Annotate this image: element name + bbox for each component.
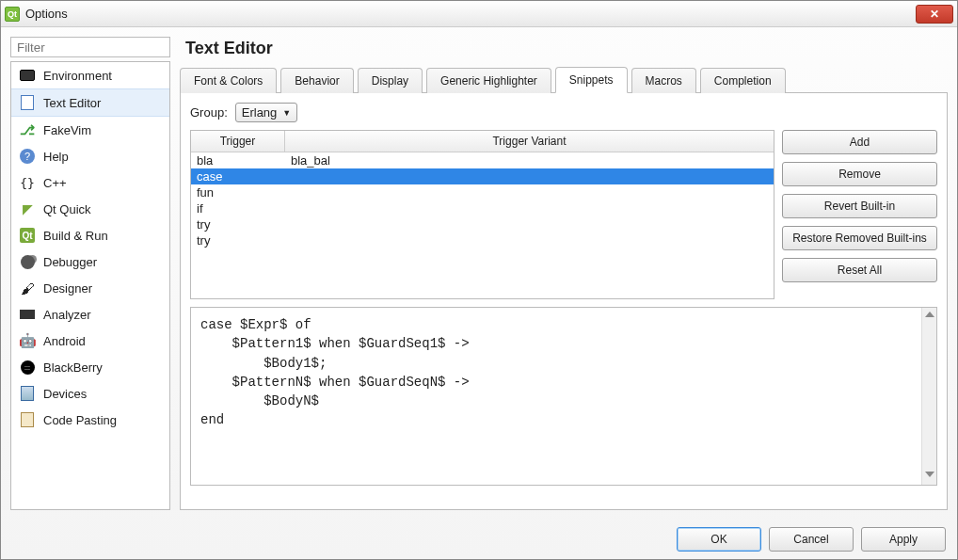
table-row[interactable]: try — [191, 216, 774, 232]
options-window: Qt Options ✕ Environment Text Editor ⎇ F… — [0, 0, 958, 560]
tab-label: Completion — [714, 74, 772, 88]
category-fakevim[interactable]: ⎇ FakeVim — [11, 117, 169, 143]
category-list[interactable]: Environment Text Editor ⎇ FakeVim ? Help… — [10, 61, 170, 510]
cell-trigger: fun — [197, 185, 291, 200]
window-close-button[interactable]: ✕ — [916, 5, 953, 24]
fakevim-icon: ⎇ — [19, 121, 36, 138]
tab-bar: Font & Colors Behavior Display Generic H… — [180, 66, 948, 93]
apply-button[interactable]: Apply — [861, 527, 946, 552]
category-label: Text Editor — [43, 96, 101, 110]
scroll-down-icon — [925, 472, 934, 477]
tab-label: Behavior — [295, 74, 339, 88]
table-row[interactable]: if — [191, 200, 774, 216]
button-label: Cancel — [793, 533, 828, 546]
category-label: FakeVim — [43, 123, 91, 137]
android-icon: 🤖 — [19, 332, 36, 349]
button-label: Revert Built-in — [824, 200, 895, 213]
category-filter-input[interactable] — [10, 37, 170, 57]
table-row[interactable]: try — [191, 232, 774, 248]
cell-variant — [291, 169, 768, 184]
side-button-column: Add Remove Revert Built-in Restore Remov… — [782, 130, 937, 299]
group-value: Erlang — [242, 105, 278, 120]
add-button[interactable]: Add — [782, 130, 937, 154]
table-row[interactable]: case — [191, 168, 774, 184]
category-help[interactable]: ? Help — [11, 143, 169, 169]
category-label: Build & Run — [43, 229, 108, 243]
brush-icon: 🖌 — [19, 280, 36, 296]
cell-trigger: try — [197, 217, 291, 232]
category-environment[interactable]: Environment — [11, 62, 169, 88]
build-run-icon: Qt — [19, 227, 36, 244]
category-analyzer[interactable]: Analyzer — [11, 301, 169, 328]
paste-icon — [19, 411, 36, 428]
restore-removed-builtins-button[interactable]: Restore Removed Built-ins — [782, 226, 937, 250]
category-text-editor[interactable]: Text Editor — [11, 88, 169, 117]
tab-macros[interactable]: Macros — [631, 68, 696, 93]
dialog-footer: OK Cancel Apply — [1, 520, 957, 559]
button-label: Reset All — [838, 264, 882, 277]
category-label: Environment — [43, 69, 112, 83]
category-label: Designer — [43, 281, 92, 296]
category-designer[interactable]: 🖌 Designer — [11, 275, 169, 301]
group-label: Group: — [190, 105, 228, 120]
text-editor-icon — [19, 94, 36, 111]
tab-font-colors[interactable]: Font & Colors — [180, 68, 277, 93]
chevron-down-icon: ▼ — [282, 108, 291, 118]
remove-button[interactable]: Remove — [782, 162, 937, 186]
tab-completion[interactable]: Completion — [700, 68, 786, 93]
table-row[interactable]: bla bla_bal — [191, 152, 774, 168]
category-qt-quick[interactable]: ◤ Qt Quick — [11, 196, 169, 222]
button-label: Remove — [838, 168, 881, 181]
tab-label: Display — [372, 74, 408, 88]
tab-label: Snippets — [569, 73, 614, 87]
snippet-editor[interactable]: case $Expr$ of $Pattern1$ when $GuardSeq… — [190, 307, 937, 486]
button-label: OK — [711, 533, 726, 546]
scroll-up-icon — [925, 312, 934, 317]
ok-button[interactable]: OK — [677, 527, 761, 552]
help-icon: ? — [19, 148, 36, 165]
category-label: Qt Quick — [43, 202, 91, 216]
main-panel: Text Editor Font & Colors Behavior Displ… — [180, 37, 948, 510]
cell-trigger: case — [197, 169, 291, 184]
analyzer-icon — [19, 306, 36, 323]
category-blackberry[interactable]: ::: BlackBerry — [11, 354, 169, 380]
qt-app-icon: Qt — [5, 7, 20, 22]
category-label: Debugger — [43, 255, 97, 269]
group-row: Group: Erlang ▼ — [190, 103, 937, 122]
reset-all-button[interactable]: Reset All — [782, 258, 937, 282]
category-label: C++ — [43, 176, 67, 190]
tab-snippets[interactable]: Snippets — [555, 67, 628, 93]
category-build-run[interactable]: Qt Build & Run — [11, 222, 169, 248]
tab-generic-highlighter[interactable]: Generic Highlighter — [426, 68, 551, 93]
cell-variant: bla_bal — [291, 153, 768, 168]
cell-trigger: try — [197, 233, 291, 248]
table-header: Trigger Trigger Variant — [191, 131, 774, 152]
snippets-panel: Group: Erlang ▼ Trigger Trigger Variant — [180, 93, 948, 510]
table-row[interactable]: fun — [191, 184, 774, 200]
sidebar: Environment Text Editor ⎇ FakeVim ? Help… — [10, 37, 170, 510]
cancel-button[interactable]: Cancel — [769, 527, 854, 552]
category-code-pasting[interactable]: Code Pasting — [11, 407, 169, 433]
braces-icon: {} — [19, 174, 36, 191]
tab-behavior[interactable]: Behavior — [280, 68, 353, 93]
snippets-table: Trigger Trigger Variant bla bla_bal case — [190, 130, 774, 299]
category-debugger[interactable]: Debugger — [11, 248, 169, 275]
tab-label: Generic Highlighter — [440, 74, 537, 88]
window-title: Options — [25, 7, 916, 21]
page-title: Text Editor — [180, 37, 948, 66]
tab-label: Font & Colors — [194, 74, 263, 88]
category-devices[interactable]: Devices — [11, 380, 169, 407]
cell-variant — [291, 217, 768, 232]
category-label: Help — [43, 150, 69, 164]
col-trigger-variant[interactable]: Trigger Variant — [285, 131, 774, 152]
editor-scrollbar[interactable] — [921, 308, 936, 485]
revert-builtin-button[interactable]: Revert Built-in — [782, 194, 937, 218]
tab-display[interactable]: Display — [358, 68, 423, 93]
qt-quick-icon: ◤ — [19, 200, 36, 217]
category-cpp[interactable]: {} C++ — [11, 169, 169, 196]
cell-variant — [291, 233, 768, 248]
cell-variant — [291, 185, 768, 200]
col-trigger[interactable]: Trigger — [191, 131, 285, 152]
group-select[interactable]: Erlang ▼ — [235, 103, 298, 122]
category-android[interactable]: 🤖 Android — [11, 328, 169, 354]
